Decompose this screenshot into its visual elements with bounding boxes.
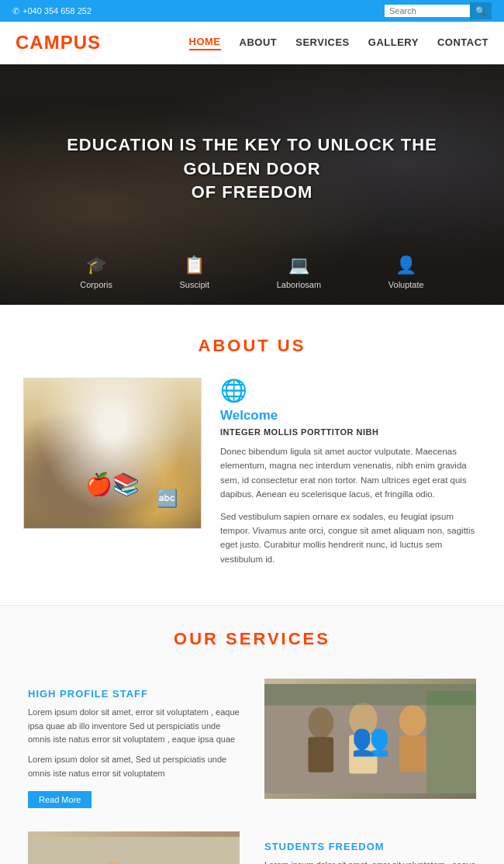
- nav-gallery[interactable]: GALLERY: [368, 36, 419, 50]
- search-bar[interactable]: 🔍: [385, 2, 492, 19]
- services-grid: HIGH PROFILE STAFF Lorem ipsum dolor sit…: [16, 671, 488, 864]
- hero-section: EDUCATION IS THE KEY TO UNLOCK THE GOLDE…: [0, 64, 504, 305]
- service-para-1a: Lorem ipsum dolor sit amet, error sit vo…: [28, 706, 240, 747]
- nav-about[interactable]: ABOUT: [240, 36, 278, 50]
- phone-text: +040 354 658 252: [22, 6, 91, 16]
- about-text: 🌐 Welcome INTEGER MOLLIS PORTTITOR NIBH …: [220, 378, 481, 574]
- hero-icon-laboriosam: 💻 Laboriosam: [277, 255, 321, 289]
- clipboard-icon: 📋: [184, 255, 205, 275]
- phone-number: ✆ +040 354 658 252: [12, 6, 91, 16]
- about-title: ABOUT US: [23, 336, 481, 356]
- service-students-image: [264, 679, 476, 799]
- search-input[interactable]: [385, 5, 470, 17]
- service-group-image: [28, 831, 240, 864]
- nav-services[interactable]: SERVICES: [295, 36, 350, 50]
- header: CAMPUS HOME ABOUT SERVICES GALLERY CONTA…: [0, 22, 504, 64]
- service-high-profile-staff: HIGH PROFILE STAFF Lorem ipsum dolor sit…: [16, 671, 252, 824]
- about-image-inner: [24, 378, 201, 528]
- hero-icon-voluptate: 👤 Voluptate: [388, 255, 424, 289]
- phone-icon: ✆: [12, 6, 19, 16]
- students-svg: [264, 679, 476, 799]
- about-welcome: Welcome: [220, 408, 481, 423]
- top-bar: ✆ +040 354 658 252 🔍: [0, 0, 504, 22]
- service-para-1b: Lorem ipsum dolor sit amet, Sed ut persp…: [28, 753, 240, 780]
- svg-rect-21: [28, 837, 240, 864]
- services-section: OUR SERVICES HIGH PROFILE STAFF Lorem ip…: [0, 606, 504, 864]
- about-image: [23, 378, 202, 529]
- globe-icon: 🌐: [220, 378, 481, 403]
- about-subtitle: INTEGER MOLLIS PORTTITOR NIBH: [220, 427, 481, 437]
- hero-title: EDUCATION IS THE KEY TO UNLOCK THE GOLDE…: [31, 133, 473, 205]
- logo[interactable]: CAMPUS: [16, 32, 101, 54]
- service-image-group: [16, 824, 252, 864]
- graduation-icon: 🎓: [86, 255, 107, 275]
- service-title-1: HIGH PROFILE STAFF: [28, 688, 240, 700]
- person-icon: 👤: [395, 255, 416, 275]
- hero-icon-suscipit: 📋 Suscipit: [180, 255, 210, 289]
- group-svg: [28, 831, 240, 864]
- service-image-students: [252, 671, 488, 824]
- svg-rect-3: [308, 737, 333, 772]
- laptop-icon: 💻: [288, 255, 309, 275]
- svg-rect-7: [399, 736, 426, 772]
- hero-icons-bar: 🎓 Corporis 📋 Suscipit 💻 Laboriosam 👤 Vol…: [0, 255, 504, 305]
- svg-rect-5: [349, 735, 377, 774]
- svg-point-2: [308, 707, 333, 738]
- about-content: 🌐 Welcome INTEGER MOLLIS PORTTITOR NIBH …: [23, 378, 481, 574]
- read-more-button-1[interactable]: Read More: [28, 791, 91, 808]
- hero-icon-corporis: 🎓 Corporis: [80, 255, 112, 289]
- svg-point-6: [399, 705, 426, 736]
- service-title-2: STUDENTS FREEDOM: [264, 841, 476, 852]
- search-button[interactable]: 🔍: [470, 2, 492, 19]
- about-para-1: Donec bibendum ligula sit amet auctor vu…: [220, 444, 481, 502]
- main-nav: HOME ABOUT SERVICES GALLERY CONTACT: [189, 36, 488, 50]
- service-para-2a: Lorem ipsum dolor sit amet, error sit vo…: [264, 859, 476, 864]
- services-title: OUR SERVICES: [16, 629, 488, 649]
- nav-home[interactable]: HOME: [189, 36, 221, 50]
- nav-contact[interactable]: CONTACT: [437, 36, 488, 50]
- svg-point-4: [349, 703, 377, 737]
- svg-rect-9: [426, 691, 476, 793]
- service-students-freedom: STUDENTS FREEDOM Lorem ipsum dolor sit a…: [252, 824, 488, 864]
- about-section: ABOUT US 🌐 Welcome INTEGER MOLLIS PORTTI…: [0, 305, 504, 605]
- hero-content: EDUCATION IS THE KEY TO UNLOCK THE GOLDE…: [0, 133, 504, 236]
- about-para-2: Sed vestibulum sapien ornare ex sodales,…: [220, 510, 481, 567]
